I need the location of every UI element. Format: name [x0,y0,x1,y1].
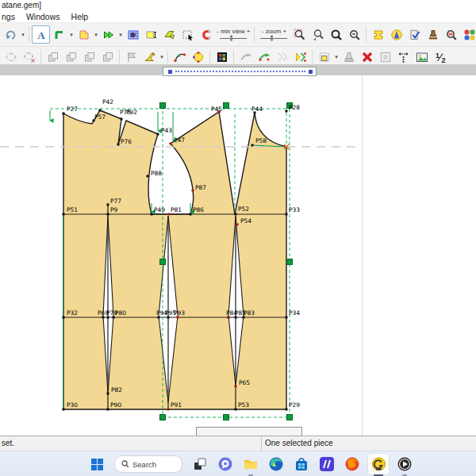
zoom-cut-icon [445,29,458,41]
magnet-icon [200,29,213,41]
stamp-outline-icon [343,51,355,63]
drawing-canvas[interactable] [0,64,476,436]
canvas-top-strip [0,64,476,75]
page-boundary-line [362,75,363,436]
pan-arrow-button[interactable] [160,25,178,44]
letter-a-button[interactable]: A [32,25,50,44]
swoosh-icon [240,51,252,63]
taskbar: Search [0,451,476,476]
redo-arrow-dropdown[interactable]: ▾ [20,32,26,38]
menu-item-ngs[interactable]: ngs [2,12,15,21]
corner-tool-button[interactable] [50,25,68,44]
piece-tool-button[interactable] [369,25,387,44]
zoom-out-icon [348,29,361,41]
zoom-dynamic-icon [312,29,324,41]
fold-paper-icon [78,29,90,41]
window-title: atane.gem] [0,0,476,10]
firefox-button[interactable] [342,454,363,474]
slashes-app-icon [320,457,334,471]
zoom-control-slider[interactable] [259,35,289,41]
mix-view-control-slider[interactable] [218,35,248,41]
sweep-tool-dropdown[interactable]: ▾ [159,54,165,60]
search-label: Search [132,460,156,469]
lasso-points-x-icon [23,51,36,63]
double-chevron-button[interactable] [99,25,117,44]
firefox-icon [345,457,359,471]
search-box[interactable]: Search [114,455,182,473]
toolbar-separator [209,50,210,65]
fold-paper-dropdown[interactable]: ▾ [93,32,99,38]
zoom-all-icon [330,29,343,41]
measure-box-icon [145,29,158,41]
measure-box-button[interactable] [142,25,160,44]
sweep-tool-icon [144,51,156,63]
mix-view-control[interactable]: - mix view + [217,28,250,41]
status-bar: set. One selected piece [0,436,476,451]
fold-paper-button[interactable] [75,25,93,44]
store-icon [295,458,308,471]
menu-item-help[interactable]: Help [71,12,89,21]
zoom-area-icon [294,29,306,41]
copy-shift-icon [83,51,96,63]
mannequin-button[interactable] [387,25,405,44]
frame-icon [379,51,392,63]
toolbar-separator [254,27,255,42]
zoom-control[interactable]: - zoom + [259,28,289,41]
zoom-area-button[interactable] [290,25,309,44]
copy-shift-icon [65,51,78,63]
magnet-button[interactable] [197,25,215,44]
pattern-app-icon [371,457,386,472]
menu-item-windows[interactable]: Windows [26,12,60,21]
curve-nodes-icon [174,51,186,63]
ruler-widget[interactable] [163,67,317,76]
chevron-dots-icon [276,51,289,63]
search-icon [121,460,129,468]
pattern-app-button[interactable] [367,453,390,475]
store-button[interactable] [291,454,312,474]
copy-shift-icon [47,51,60,63]
toolbar-separator [312,50,313,65]
corner-tool-icon [53,29,66,41]
mosaic-button[interactable] [460,25,476,44]
toolbar-separator [167,50,168,65]
square-yellow-icon [318,51,331,63]
grid-figure-icon [127,29,140,41]
half-scale-icon: 12 [434,51,447,63]
stamp-icon [427,29,440,41]
corner-tool-dropdown[interactable]: ▾ [68,32,75,38]
grid-figure-button[interactable] [124,25,142,44]
start-button[interactable] [86,454,107,474]
task-view-icon [194,458,206,470]
task-view-button[interactable] [190,454,210,474]
ruler-left-handle[interactable] [168,70,172,74]
mix-view-control-label: - mix view + [217,28,250,35]
zoom-cut-button[interactable] [442,25,460,44]
chat-app-button[interactable] [215,454,236,474]
zoom-all-button[interactable] [327,25,345,44]
double-chevron-dropdown[interactable]: ▾ [117,32,124,38]
windows-logo-icon [91,459,103,470]
media-app-button[interactable] [394,454,415,474]
copy-shift-icon [102,51,114,63]
dev-app-button[interactable] [317,454,337,474]
toolbar-separator [40,50,41,65]
delete-x-icon [361,51,374,63]
menu-bar: ngsWindowsHelp [0,10,476,23]
stamp-button[interactable] [424,25,442,44]
redo-arrow-icon [5,29,17,41]
edge-browser-button[interactable] [266,454,286,474]
zoom-out-button[interactable] [345,25,363,44]
ruler-right-handle[interactable] [309,70,313,74]
clipboard-check-button[interactable] [405,25,424,44]
edge-icon [269,457,283,471]
chat-icon [218,457,232,471]
circle-nodes-icon [192,51,205,63]
zoom-dynamic-button[interactable] [309,25,327,44]
piece-tool-icon [372,29,385,41]
select-rect-button[interactable] [178,25,197,44]
square-yellow-dropdown[interactable]: ▾ [333,54,340,60]
select-rect-icon [182,29,194,41]
redo-arrow-button[interactable] [2,25,20,44]
toolbar-main: ▾A▾▾▾- mix view +- zoom +? [0,23,476,47]
file-explorer-button[interactable] [240,454,261,474]
